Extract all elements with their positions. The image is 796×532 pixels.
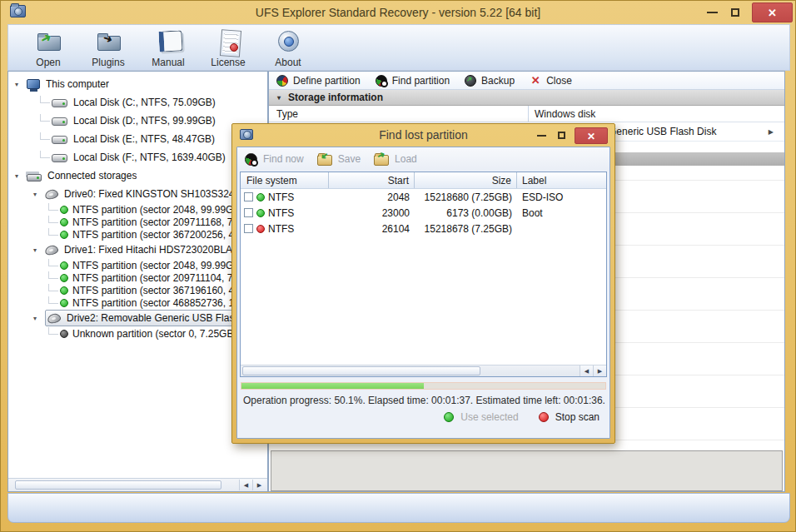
toolbar-button-open[interactable]: ➜Open: [22, 28, 75, 68]
tree-item-label: Unknown partition (sector 0, 7.25GB): [72, 328, 236, 340]
toolbar-button-label: Open: [36, 57, 60, 68]
stop-scan-button[interactable]: Stop scan: [539, 411, 599, 423]
pie-search-icon: [245, 153, 257, 166]
toolbar-button-label: License: [211, 57, 245, 68]
tree-item[interactable]: Local Disk (C:, NTFS, 75.09GB): [8, 93, 267, 112]
tree-item[interactable]: This computer: [8, 75, 267, 93]
panel-button-label: Close: [546, 75, 572, 87]
branch-tick-icon: [40, 151, 50, 158]
partition-table: File systemStartSizeLabel NTFS2048152186…: [240, 172, 607, 377]
partition-row[interactable]: NTFS2610415218678 (7.25GB): [241, 221, 606, 236]
tree-item[interactable]: Local Disk (D:, NTFS, 99.99GB): [8, 112, 267, 130]
toolbar-button-plugins[interactable]: ➜Plugins: [82, 28, 135, 68]
row-checkbox[interactable]: [244, 208, 253, 217]
close-button[interactable]: [752, 2, 793, 22]
main-window: UFS Explorer Standard Recovery - version…: [0, 0, 796, 532]
tree-item[interactable]: Drive1: Fixed Hitachi HDS723020BLA642 (A: [8, 241, 267, 259]
toolbar-button-label: Plugins: [92, 57, 124, 68]
tree-item[interactable]: Unknown partition (sector 0, 7.25GB): [8, 327, 267, 340]
toolbar-button-license[interactable]: License: [201, 28, 255, 68]
tree-item-label: This computer: [46, 78, 109, 90]
panel-button-define-partition[interactable]: Define partition: [276, 75, 361, 87]
tree-item[interactable]: NTFS partition (sector 468852736, 1639.4…: [8, 296, 267, 309]
tree-horizontal-scrollbar[interactable]: [8, 478, 267, 491]
partition-fs-cell: NTFS: [241, 207, 329, 219]
dialog-close-button[interactable]: [575, 127, 608, 144]
close-icon: [768, 5, 777, 20]
scroll-right-icon[interactable]: [252, 480, 266, 490]
toolbar-button-manual[interactable]: Manual: [142, 28, 195, 68]
tree-item[interactable]: Local Disk (E:, NTFS, 48.47GB): [8, 130, 267, 148]
hdd-icon: [44, 244, 59, 256]
dialog-button-save[interactable]: Save: [317, 153, 361, 166]
panel-button-find-partition[interactable]: Find partition: [376, 75, 450, 87]
column-header-start[interactable]: Start: [329, 172, 415, 188]
dialog-horizontal-scrollbar[interactable]: [241, 365, 606, 376]
tree-item[interactable]: Local Disk (F:, NTFS, 1639.40GB): [8, 148, 267, 167]
minimize-icon: [707, 12, 718, 13]
use-selected-button[interactable]: Use selected: [444, 411, 518, 423]
dialog-button-find-now[interactable]: Find now: [245, 153, 304, 166]
tree-item[interactable]: Connected storages: [8, 167, 267, 185]
row-checkbox[interactable]: [244, 192, 253, 201]
panel-button-label: Define partition: [293, 75, 361, 87]
window-title: UFS Explorer Standard Recovery - version…: [1, 1, 795, 24]
minimize-button[interactable]: [700, 3, 724, 22]
maximize-button[interactable]: [724, 3, 747, 22]
computer-icon: [27, 79, 40, 89]
column-header-label[interactable]: Label: [517, 172, 606, 188]
column-type[interactable]: Type: [269, 106, 529, 122]
partition-fs-label: NTFS: [268, 223, 294, 235]
tree-item[interactable]: NTFS partition (sector 209711168, 75.09G…: [8, 216, 267, 228]
tree-item[interactable]: NTFS partition (sector 209711104, 75.09G…: [8, 271, 267, 284]
toolbar-button-about[interactable]: About: [261, 28, 315, 68]
branch-tick-icon: [48, 216, 58, 223]
column-header-size[interactable]: Size: [415, 172, 517, 188]
branch-tick-icon: [48, 284, 58, 291]
status-bar: [7, 493, 790, 523]
green-status-dot: [444, 412, 454, 422]
folder-save-icon: [317, 155, 332, 166]
dialog-content: Find nowSaveLoad File systemStartSizeLab…: [236, 147, 610, 439]
dialog-minimize-button[interactable]: [531, 127, 551, 144]
partition-status-dot: [60, 286, 68, 295]
panel-button-backup[interactable]: Backup: [465, 75, 515, 87]
scroll-left-icon[interactable]: [580, 365, 593, 376]
partition-row[interactable]: NTFS230006173 (0.00GB)Boot: [241, 205, 606, 221]
minimize-icon: [537, 135, 546, 137]
storage-information-header[interactable]: Storage information: [269, 90, 784, 106]
partition-start-cell: 2048: [329, 191, 415, 203]
scrollbar-thumb[interactable]: [242, 366, 480, 375]
tree-item[interactable]: NTFS partition (sector 367196160, 48.47G…: [8, 284, 267, 296]
close-x-icon: [530, 74, 541, 87]
main-toolbar: ➜Open➜PluginsManualLicenseAbout: [7, 24, 790, 71]
action-button-label: Use selected: [460, 411, 518, 423]
dialog-maximize-button[interactable]: [551, 127, 571, 144]
tree-item-label: NTFS partition (sector 2048, 99.99GB): [72, 260, 243, 271]
tree-item[interactable]: NTFS partition (sector 2048, 99.99GB): [8, 203, 267, 216]
partition-status-dot: [60, 231, 68, 239]
partition-table-header: File systemStartSizeLabel: [241, 172, 606, 189]
tree-item[interactable]: NTFS partition (sector 367200256, 48.47G…: [8, 228, 267, 241]
partition-fs-cell: NTFS: [241, 191, 329, 203]
partition-status-dot: [60, 206, 68, 214]
section-title: Storage information: [288, 92, 383, 103]
partition-table-body: NTFS204815218680 (7.25GB)ESD-ISONTFS2300…: [241, 189, 606, 365]
scroll-right-icon[interactable]: [593, 365, 606, 376]
column-windows-disk[interactable]: Windows disk: [529, 106, 784, 122]
branch-tick-icon: [48, 259, 58, 266]
tree-item[interactable]: Drive2: Removable Generic USB Flash Disk: [8, 309, 267, 327]
scan-progress-bar: [241, 382, 606, 390]
dialog-button-load[interactable]: Load: [374, 153, 417, 166]
scan-status-text: Operation progress: 50.1%. Elapsed time:…: [243, 395, 605, 406]
column-header-file-system[interactable]: File system: [241, 172, 329, 188]
expand-row-icon[interactable]: [769, 128, 774, 136]
tree-item[interactable]: Drive0: Fixed KINGSTON SH103S3240G: [8, 185, 267, 203]
scroll-left-icon[interactable]: [239, 480, 252, 490]
partition-row[interactable]: NTFS204815218680 (7.25GB)ESD-ISO: [241, 189, 606, 205]
scrollbar-thumb[interactable]: [15, 480, 221, 490]
panel-button-close[interactable]: Close: [530, 74, 572, 87]
toolbar-button-label: About: [275, 57, 301, 68]
row-checkbox[interactable]: [244, 224, 253, 233]
tree-item[interactable]: NTFS partition (sector 2048, 99.99GB): [8, 259, 267, 271]
